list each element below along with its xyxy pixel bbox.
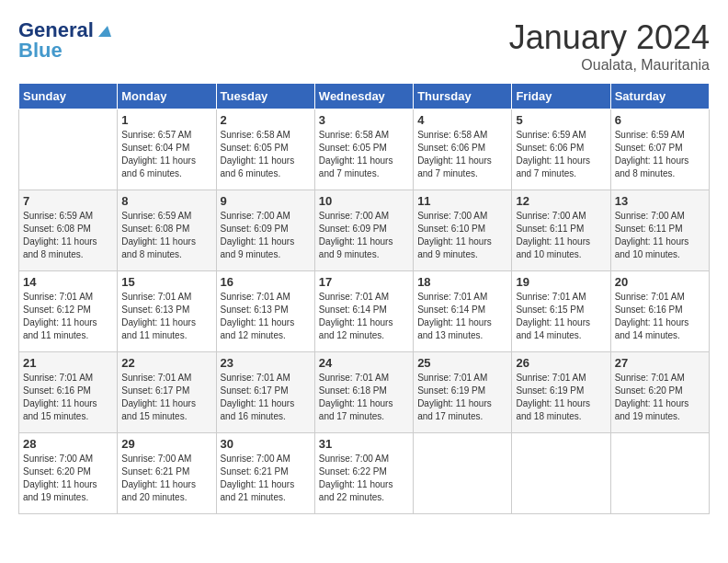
calendar-cell: 17Sunrise: 7:01 AM Sunset: 6:14 PM Dayli…	[314, 271, 413, 352]
day-info: Sunrise: 6:59 AM Sunset: 6:08 PM Dayligh…	[121, 210, 211, 261]
day-number: 22	[121, 356, 211, 370]
page-header: General Blue January 2024 Oualata, Mauri…	[18, 18, 710, 74]
day-info: Sunrise: 7:00 AM Sunset: 6:21 PM Dayligh…	[121, 453, 211, 504]
day-info: Sunrise: 7:01 AM Sunset: 6:17 PM Dayligh…	[121, 372, 211, 423]
weekday-header: Thursday	[414, 84, 512, 109]
day-number: 31	[319, 437, 409, 451]
day-number: 3	[319, 113, 409, 127]
day-info: Sunrise: 6:59 AM Sunset: 6:08 PM Dayligh…	[23, 210, 113, 261]
calendar-cell: 29Sunrise: 7:00 AM Sunset: 6:21 PM Dayli…	[118, 433, 216, 514]
calendar-row: 14Sunrise: 7:01 AM Sunset: 6:12 PM Dayli…	[19, 271, 710, 352]
day-info: Sunrise: 6:59 AM Sunset: 6:07 PM Dayligh…	[615, 129, 705, 180]
day-info: Sunrise: 6:58 AM Sunset: 6:05 PM Dayligh…	[319, 129, 409, 180]
day-info: Sunrise: 7:01 AM Sunset: 6:19 PM Dayligh…	[417, 372, 507, 423]
title-block: January 2024 Oualata, Mauritania	[509, 18, 710, 74]
day-info: Sunrise: 7:00 AM Sunset: 6:10 PM Dayligh…	[417, 210, 507, 261]
calendar-cell: 13Sunrise: 7:00 AM Sunset: 6:11 PM Dayli…	[610, 190, 709, 271]
calendar-cell: 31Sunrise: 7:00 AM Sunset: 6:22 PM Dayli…	[314, 433, 413, 514]
calendar-cell: 21Sunrise: 7:01 AM Sunset: 6:16 PM Dayli…	[19, 352, 118, 433]
day-number: 15	[121, 275, 211, 289]
calendar-cell: 8Sunrise: 6:59 AM Sunset: 6:08 PM Daylig…	[118, 190, 216, 271]
day-info: Sunrise: 7:00 AM Sunset: 6:20 PM Dayligh…	[23, 453, 113, 504]
calendar-row: 7Sunrise: 6:59 AM Sunset: 6:08 PM Daylig…	[19, 190, 710, 271]
logo: General Blue	[18, 18, 111, 63]
weekday-header-row: SundayMondayTuesdayWednesdayThursdayFrid…	[19, 84, 710, 109]
day-info: Sunrise: 7:01 AM Sunset: 6:20 PM Dayligh…	[615, 372, 705, 423]
weekday-header: Wednesday	[314, 84, 413, 109]
day-info: Sunrise: 7:00 AM Sunset: 6:09 PM Dayligh…	[319, 210, 409, 261]
day-info: Sunrise: 6:58 AM Sunset: 6:06 PM Dayligh…	[417, 129, 507, 180]
calendar-cell	[512, 433, 610, 514]
weekday-header: Tuesday	[216, 84, 314, 109]
day-info: Sunrise: 7:01 AM Sunset: 6:15 PM Dayligh…	[516, 291, 606, 342]
location: Oualata, Mauritania	[509, 57, 710, 74]
calendar-cell: 25Sunrise: 7:01 AM Sunset: 6:19 PM Dayli…	[414, 352, 512, 433]
weekday-header: Sunday	[19, 84, 118, 109]
calendar-cell: 15Sunrise: 7:01 AM Sunset: 6:13 PM Dayli…	[118, 271, 216, 352]
calendar-cell: 12Sunrise: 7:00 AM Sunset: 6:11 PM Dayli…	[512, 190, 610, 271]
day-number: 30	[221, 437, 311, 451]
day-info: Sunrise: 7:01 AM Sunset: 6:14 PM Dayligh…	[319, 291, 409, 342]
calendar-cell: 6Sunrise: 6:59 AM Sunset: 6:07 PM Daylig…	[610, 109, 709, 190]
calendar-cell: 24Sunrise: 7:01 AM Sunset: 6:18 PM Dayli…	[314, 352, 413, 433]
day-info: Sunrise: 7:01 AM Sunset: 6:19 PM Dayligh…	[516, 372, 606, 423]
calendar-cell	[414, 433, 512, 514]
calendar-cell: 11Sunrise: 7:00 AM Sunset: 6:10 PM Dayli…	[414, 190, 512, 271]
day-number: 17	[319, 275, 409, 289]
calendar-cell: 26Sunrise: 7:01 AM Sunset: 6:19 PM Dayli…	[512, 352, 610, 433]
weekday-header: Friday	[512, 84, 610, 109]
day-info: Sunrise: 6:58 AM Sunset: 6:05 PM Dayligh…	[221, 129, 311, 180]
calendar-cell: 5Sunrise: 6:59 AM Sunset: 6:06 PM Daylig…	[512, 109, 610, 190]
day-number: 12	[516, 194, 606, 208]
day-number: 6	[615, 113, 705, 127]
logo-text2: Blue	[18, 39, 63, 63]
calendar-cell: 20Sunrise: 7:01 AM Sunset: 6:16 PM Dayli…	[610, 271, 709, 352]
weekday-header: Saturday	[610, 84, 709, 109]
calendar-cell	[610, 433, 709, 514]
month-title: January 2024	[509, 18, 710, 57]
calendar-cell: 14Sunrise: 7:01 AM Sunset: 6:12 PM Dayli…	[19, 271, 118, 352]
day-info: Sunrise: 7:00 AM Sunset: 6:11 PM Dayligh…	[516, 210, 606, 261]
day-info: Sunrise: 6:59 AM Sunset: 6:06 PM Dayligh…	[516, 129, 606, 180]
day-number: 26	[516, 356, 606, 370]
calendar-cell: 23Sunrise: 7:01 AM Sunset: 6:17 PM Dayli…	[216, 352, 314, 433]
day-number: 28	[23, 437, 113, 451]
calendar-cell: 10Sunrise: 7:00 AM Sunset: 6:09 PM Dayli…	[314, 190, 413, 271]
day-info: Sunrise: 7:01 AM Sunset: 6:14 PM Dayligh…	[417, 291, 507, 342]
day-number: 2	[221, 113, 311, 127]
day-number: 11	[417, 194, 507, 208]
calendar-cell: 2Sunrise: 6:58 AM Sunset: 6:05 PM Daylig…	[216, 109, 314, 190]
day-number: 5	[516, 113, 606, 127]
calendar-table: SundayMondayTuesdayWednesdayThursdayFrid…	[18, 83, 710, 514]
calendar-cell: 3Sunrise: 6:58 AM Sunset: 6:05 PM Daylig…	[314, 109, 413, 190]
calendar-cell	[19, 109, 118, 190]
day-number: 27	[615, 356, 705, 370]
day-number: 1	[121, 113, 211, 127]
day-info: Sunrise: 7:00 AM Sunset: 6:11 PM Dayligh…	[615, 210, 705, 261]
calendar-cell: 7Sunrise: 6:59 AM Sunset: 6:08 PM Daylig…	[19, 190, 118, 271]
calendar-row: 1Sunrise: 6:57 AM Sunset: 6:04 PM Daylig…	[19, 109, 710, 190]
day-info: Sunrise: 6:57 AM Sunset: 6:04 PM Dayligh…	[121, 129, 211, 180]
calendar-cell: 19Sunrise: 7:01 AM Sunset: 6:15 PM Dayli…	[512, 271, 610, 352]
day-number: 7	[23, 194, 113, 208]
day-number: 29	[121, 437, 211, 451]
day-number: 24	[319, 356, 409, 370]
svg-marker-0	[98, 26, 111, 37]
day-info: Sunrise: 7:01 AM Sunset: 6:18 PM Dayligh…	[319, 372, 409, 423]
calendar-cell: 1Sunrise: 6:57 AM Sunset: 6:04 PM Daylig…	[118, 109, 216, 190]
day-info: Sunrise: 7:01 AM Sunset: 6:12 PM Dayligh…	[23, 291, 113, 342]
day-info: Sunrise: 7:01 AM Sunset: 6:17 PM Dayligh…	[221, 372, 311, 423]
day-number: 4	[417, 113, 507, 127]
day-info: Sunrise: 7:01 AM Sunset: 6:16 PM Dayligh…	[23, 372, 113, 423]
day-info: Sunrise: 7:01 AM Sunset: 6:13 PM Dayligh…	[221, 291, 311, 342]
calendar-cell: 9Sunrise: 7:00 AM Sunset: 6:09 PM Daylig…	[216, 190, 314, 271]
calendar-cell: 22Sunrise: 7:01 AM Sunset: 6:17 PM Dayli…	[118, 352, 216, 433]
day-number: 14	[23, 275, 113, 289]
calendar-cell: 30Sunrise: 7:00 AM Sunset: 6:21 PM Dayli…	[216, 433, 314, 514]
calendar-cell: 27Sunrise: 7:01 AM Sunset: 6:20 PM Dayli…	[610, 352, 709, 433]
logo-icon	[95, 22, 111, 39]
calendar-cell: 28Sunrise: 7:00 AM Sunset: 6:20 PM Dayli…	[19, 433, 118, 514]
day-number: 19	[516, 275, 606, 289]
calendar-row: 21Sunrise: 7:01 AM Sunset: 6:16 PM Dayli…	[19, 352, 710, 433]
day-number: 10	[319, 194, 409, 208]
